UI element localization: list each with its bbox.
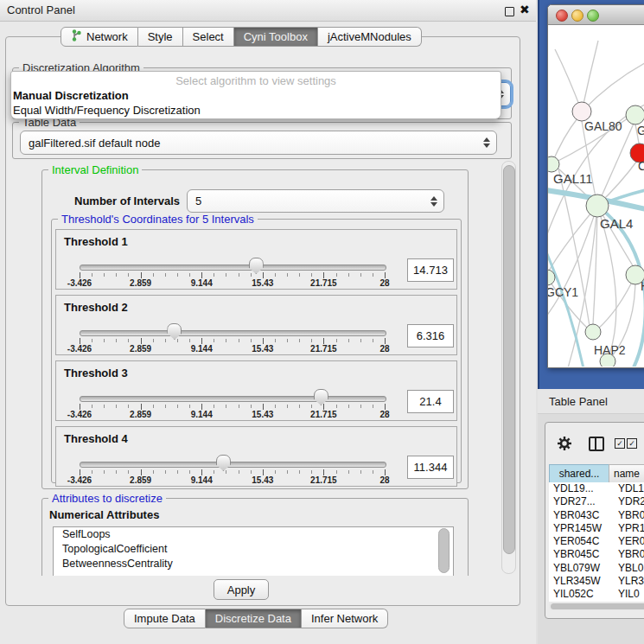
gear-icon[interactable]	[558, 437, 571, 454]
network-node-green[interactable]	[626, 105, 644, 124]
tick-mark	[311, 273, 312, 277]
tab-select[interactable]: Select	[183, 27, 234, 47]
column-header-shared-name[interactable]: shared...	[549, 464, 609, 483]
table-row[interactable]: YBR043CYBR0	[549, 509, 644, 522]
tick-mark	[336, 273, 337, 277]
attribute-item[interactable]: SelfLoops	[54, 527, 453, 542]
attribute-item[interactable]: BetweennessCentrality	[54, 557, 453, 571]
table-horizontal-scrollbar[interactable]	[549, 603, 644, 610]
tab-style[interactable]: Style	[138, 27, 183, 47]
tick-mark	[287, 273, 288, 277]
close-icon[interactable]: ✖	[520, 3, 530, 16]
network-node-green[interactable]	[585, 324, 601, 340]
tick-mark	[275, 273, 276, 277]
tick-mark	[287, 470, 288, 474]
tick-mark	[226, 339, 226, 342]
bottom-tab-discretize-data[interactable]: Discretize Data	[206, 609, 302, 628]
tick-mark	[299, 405, 300, 408]
attributes-list-scrollbar[interactable]	[438, 528, 450, 573]
tick-mark	[385, 272, 386, 278]
table-row[interactable]: YBR045CYBR0	[549, 548, 644, 561]
threshold-value-field[interactable]: 11.344	[407, 456, 454, 479]
settings-scrollbar-thumb[interactable]	[503, 165, 515, 554]
tick-mark	[360, 470, 361, 474]
slider-thumb[interactable]	[314, 389, 328, 405]
tick-label: 9.144	[191, 475, 213, 485]
tick-mark	[287, 339, 288, 342]
columns-icon[interactable]	[589, 437, 604, 451]
network-canvas[interactable]: GAL80GCGAL11GAL4GCY1HHAP2	[548, 25, 644, 367]
float-window-icon[interactable]	[505, 7, 514, 16]
control-panel-title: Control Panel	[7, 3, 75, 16]
node-label: C	[638, 159, 644, 173]
numerical-attributes-list[interactable]: SelfLoopsTopologicalCoefficientBetweenne…	[53, 526, 454, 576]
slider-track[interactable]	[80, 462, 386, 468]
table-row[interactable]: YLR345WYLR3	[549, 575, 644, 588]
algorithm-option[interactable]: Manual Discretization	[11, 88, 501, 103]
node-label: H	[641, 279, 644, 293]
cell-shared-name: YBR043C	[549, 509, 613, 522]
table-row[interactable]: YBL079WYBL0	[549, 562, 644, 575]
tick-mark	[201, 404, 202, 410]
cell-shared-name: YBL079W	[549, 562, 613, 575]
algorithm-option[interactable]: Equal Width/Frequency Discretization	[11, 103, 501, 118]
slider-thumb[interactable]	[216, 455, 231, 471]
table-panel-titlebar: Table Panel	[538, 389, 644, 414]
slider-track[interactable]	[80, 265, 386, 271]
bottom-tab-infer-network[interactable]: Infer Network	[302, 609, 388, 628]
minimize-traffic-light-icon[interactable]	[571, 10, 583, 22]
cell-shared-name: YBR045C	[549, 548, 613, 561]
network-node-pink[interactable]	[572, 102, 591, 121]
tick-mark	[239, 273, 239, 277]
slider-thumb[interactable]	[249, 258, 264, 274]
thresholds-group-title: Threshold's Coordinates for 5 Intervals	[58, 213, 258, 226]
slider-track[interactable]	[80, 396, 386, 402]
threshold-value-field[interactable]: 6.316	[407, 324, 454, 348]
table-row[interactable]: YIL052CYIL0	[549, 588, 644, 601]
network-node-green[interactable]	[586, 194, 609, 217]
tick-mark	[104, 405, 105, 408]
slider-thumb[interactable]	[167, 323, 182, 340]
interval-definition-title: Interval Definition	[48, 163, 142, 176]
checkbox-icon[interactable]: ✓	[615, 438, 625, 449]
network-graph: GAL80GCGAL11GAL4GCY1HHAP2	[548, 25, 644, 367]
tick-mark	[153, 470, 154, 474]
network-node-green[interactable]	[548, 156, 559, 172]
number-of-intervals-combobox[interactable]: 5	[187, 189, 444, 213]
cell-name: YPR1	[613, 522, 644, 535]
tab-jactivemnodules[interactable]: jActiveMNodules	[318, 27, 422, 47]
tick-mark	[226, 273, 226, 277]
tick-mark	[201, 272, 202, 278]
threshold-value-field[interactable]: 21.4	[407, 390, 454, 413]
attribute-item[interactable]: TopologicalCoefficient	[54, 542, 453, 557]
tick-mark	[385, 469, 386, 475]
threshold-label: Threshold 2	[64, 301, 128, 314]
tick-mark	[299, 273, 300, 277]
tick-mark	[251, 273, 252, 277]
tab-cyni-toolbox[interactable]: Cyni Toolbox	[234, 27, 318, 47]
table-row[interactable]: YPR145WYPR1	[549, 522, 644, 535]
tick-mark	[373, 470, 373, 474]
tab-network[interactable]: Network	[61, 27, 138, 47]
slider-track[interactable]	[80, 330, 386, 336]
column-header-name[interactable]: name	[609, 464, 644, 483]
tick-mark	[373, 405, 373, 408]
close-traffic-light-icon[interactable]	[556, 10, 568, 22]
tick-mark	[201, 469, 202, 475]
apply-button[interactable]: Apply	[214, 579, 269, 600]
tick-label: 21.715	[310, 344, 337, 354]
network-window-titlebar[interactable]	[548, 5, 644, 25]
threshold-value-field[interactable]: 14.713	[407, 258, 454, 282]
tick-mark	[116, 470, 117, 474]
tick-mark	[104, 273, 105, 277]
bottom-tab-impute-data[interactable]: Impute Data	[124, 609, 206, 628]
table-row[interactable]: YDR27...YDR2	[549, 495, 644, 508]
table-data-combobox[interactable]: galFiltered.sif default node	[20, 131, 497, 155]
zoom-traffic-light-icon[interactable]	[587, 10, 599, 22]
table-row[interactable]: YDL19...YDL1	[549, 482, 644, 495]
tick-mark	[323, 272, 324, 278]
checkbox-icon[interactable]: ✓	[627, 438, 637, 449]
cyni-bottom-tabs: Impute DataDiscretize DataInfer Network	[124, 609, 388, 628]
tick-mark	[104, 339, 105, 342]
table-row[interactable]: YER054CYER0	[549, 535, 644, 548]
